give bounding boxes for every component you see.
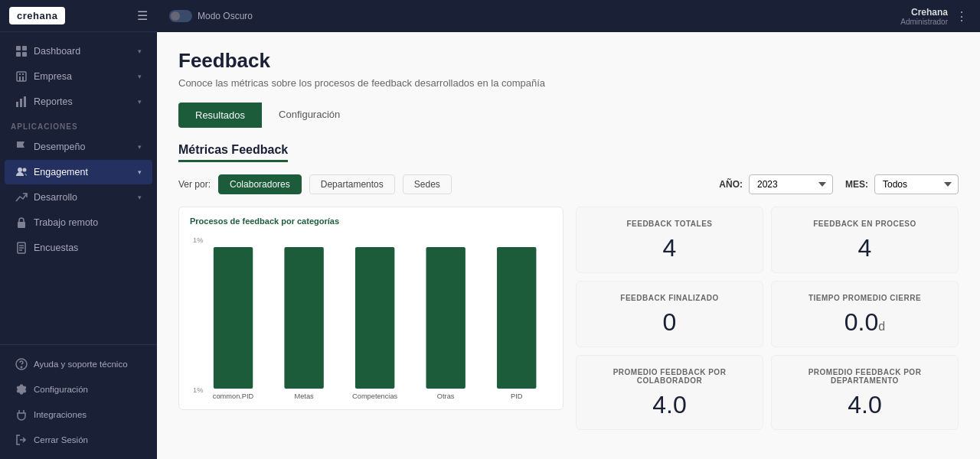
- stat-label-promedio-departamento: PROMEDIO FEEDBACK POR DEPARTAMENTO: [782, 368, 947, 385]
- lock-icon: [15, 216, 28, 229]
- sidebar-bottom: Ayuda y soporte técnico Configuración In…: [0, 344, 157, 459]
- flag-icon: [15, 141, 28, 153]
- filter-btn-colaboradores[interactable]: Colaboradores: [218, 174, 302, 194]
- svg-rect-8: [22, 73, 24, 75]
- svg-rect-11: [24, 96, 26, 107]
- sidebar-item-integraciones-label: Integraciones: [34, 410, 142, 419]
- sidebar-item-desarrollo[interactable]: Desarrollo ▾: [5, 185, 152, 210]
- help-circle-icon: [15, 358, 28, 370]
- menu-icon[interactable]: ☰: [137, 8, 148, 23]
- svg-point-20: [21, 366, 21, 367]
- page-title: Feedback: [178, 49, 959, 73]
- building-icon: [15, 70, 28, 83]
- chevron-down-icon: ▾: [138, 143, 142, 151]
- filter-label: Ver por:: [178, 179, 211, 190]
- sidebar-item-integraciones[interactable]: Integraciones: [5, 402, 152, 427]
- sidebar-item-ayuda-label: Ayuda y soporte técnico: [34, 360, 142, 369]
- user-role: Administrador: [900, 18, 948, 26]
- svg-rect-14: [18, 222, 25, 228]
- chevron-down-icon: ▾: [138, 73, 142, 80]
- chevron-down-icon: ▾: [138, 168, 142, 176]
- dark-mode-switch[interactable]: [169, 10, 192, 22]
- page-subtitle: Conoce las métricas sobre los procesos d…: [178, 77, 959, 89]
- svg-rect-25: [355, 247, 394, 389]
- sidebar-item-reportes[interactable]: Reportes ▾: [5, 90, 152, 114]
- sidebar-item-trabajo-remoto[interactable]: Trabajo remoto: [5, 210, 152, 235]
- svg-point-13: [23, 168, 27, 172]
- grid-icon: [15, 45, 28, 57]
- user-name: Crehana: [911, 7, 948, 18]
- svg-text:1%: 1%: [193, 236, 203, 244]
- sidebar-item-empresa[interactable]: Empresa ▾: [5, 64, 152, 89]
- stat-value-tiempo-cierre: 0.0d: [844, 310, 885, 334]
- svg-rect-27: [497, 247, 536, 389]
- logout-icon: [15, 434, 28, 446]
- tab-resultados[interactable]: Resultados: [178, 103, 262, 128]
- sidebar-item-trabajo-remoto-label: Trabajo remoto: [34, 217, 142, 228]
- chart-bar-icon: [15, 96, 28, 108]
- sidebar-item-encuestas-label: Encuestas: [34, 243, 142, 253]
- topbar: Modo Oscuro Crehana Administrador ⋮: [157, 0, 980, 32]
- sidebar-item-configuracion[interactable]: Configuración: [5, 377, 152, 402]
- gear-icon: [15, 383, 28, 396]
- logo-text: crehana: [9, 7, 65, 24]
- svg-rect-10: [20, 99, 22, 107]
- sidebar-item-desempeno[interactable]: Desempeño ▾: [5, 135, 152, 159]
- stat-label-tiempo-cierre: TIEMPO PROMEDIO CIERRE: [808, 294, 921, 302]
- toggle-knob: [171, 11, 180, 21]
- dark-mode-toggle[interactable]: Modo Oscuro: [169, 10, 253, 22]
- sidebar-item-engagement[interactable]: Engagement ▾: [5, 160, 152, 184]
- filter-btn-departamentos[interactable]: Departamentos: [309, 174, 395, 194]
- stat-value-finalizado: 0: [663, 310, 677, 334]
- stats-grid: FEEDBACK TOTALES 4 FEEDBACK EN PROCESO 4…: [576, 207, 959, 430]
- trending-up-icon: [15, 191, 28, 203]
- stat-label-finalizado: FEEDBACK FINALIZADO: [620, 294, 718, 302]
- chevron-down-icon: ▾: [138, 98, 142, 106]
- stat-label-en-proceso: FEEDBACK EN PROCESO: [813, 220, 916, 228]
- filter-bar: Ver por: Colaboradores Departamentos Sed…: [178, 174, 959, 194]
- svg-rect-3: [22, 52, 27, 57]
- applications-section-label: APLICACIONES: [0, 115, 157, 134]
- svg-rect-9: [16, 102, 18, 107]
- tab-configuracion[interactable]: Configuración: [262, 103, 357, 128]
- dark-mode-label: Modo Oscuro: [198, 11, 253, 21]
- month-filter-label: MES:: [845, 179, 868, 190]
- svg-rect-26: [426, 247, 465, 389]
- svg-text:Metas: Metas: [295, 392, 315, 400]
- svg-rect-6: [22, 76, 24, 81]
- sidebar-item-empresa-label: Empresa: [34, 71, 132, 82]
- sidebar-item-cerrar-sesion-label: Cerrar Sesión: [34, 435, 142, 444]
- sidebar-nav: Dashboard ▾ Empresa ▾ Reportes ▾ APLICAC…: [0, 32, 157, 344]
- stat-value-promedio-departamento: 4.0: [848, 392, 881, 417]
- svg-rect-0: [16, 46, 21, 50]
- chevron-down-icon: ▾: [138, 47, 142, 55]
- file-icon: [15, 242, 28, 254]
- sidebar-item-ayuda[interactable]: Ayuda y soporte técnico: [5, 352, 152, 376]
- chart-title: Procesos de feedback por categorías: [190, 216, 552, 226]
- metrics-section-title: Métricas Feedback: [178, 143, 288, 162]
- stat-value-en-proceso: 4: [858, 236, 872, 260]
- svg-text:1%: 1%: [193, 386, 203, 394]
- users-icon: [15, 166, 28, 178]
- svg-text:Competencias: Competencias: [352, 392, 397, 400]
- year-select[interactable]: 2023 2022 2021: [749, 174, 833, 194]
- stat-card-finalizado: FEEDBACK FINALIZADO 0: [576, 281, 763, 347]
- sidebar-item-desarrollo-label: Desarrollo: [34, 192, 132, 203]
- stat-label-totales: FEEDBACK TOTALES: [626, 220, 712, 228]
- svg-rect-4: [17, 72, 26, 81]
- filter-btn-sedes[interactable]: Sedes: [403, 174, 452, 194]
- main-area: Modo Oscuro Crehana Administrador ⋮ Feed…: [157, 0, 980, 459]
- sidebar-item-encuestas[interactable]: Encuestas: [5, 236, 152, 260]
- svg-text:Otras: Otras: [437, 392, 455, 400]
- sidebar-item-dashboard[interactable]: Dashboard ▾: [5, 39, 152, 63]
- svg-rect-2: [16, 52, 21, 57]
- stat-value-totales: 4: [663, 236, 677, 260]
- sidebar-item-cerrar-sesion[interactable]: Cerrar Sesión: [5, 428, 152, 452]
- sidebar: crehana ☰ Dashboard ▾ Empresa ▾ Reportes…: [0, 0, 157, 459]
- svg-text:PID: PID: [511, 392, 523, 400]
- chart-container: Procesos de feedback por categorías 1% 1…: [178, 207, 564, 410]
- month-select[interactable]: Todos EneroFebreroMarzo AbrilMayoJunio J…: [874, 174, 959, 194]
- sidebar-item-desempeno-label: Desempeño: [34, 142, 132, 152]
- more-options-icon[interactable]: ⋮: [956, 9, 968, 24]
- year-filter-group: AÑO: 2023 2022 2021: [719, 174, 833, 194]
